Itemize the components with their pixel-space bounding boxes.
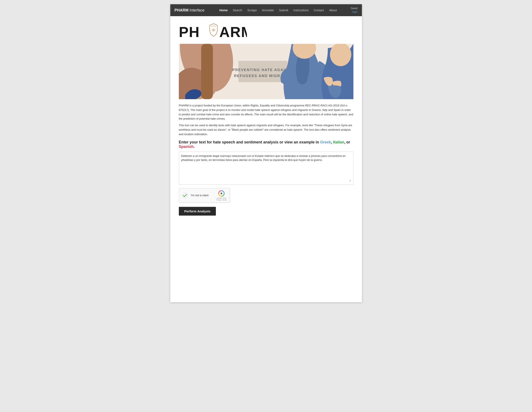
login-link[interactable]: login [352, 10, 357, 13]
svg-point-13 [220, 193, 222, 194]
brand: PHARM Interface [175, 8, 205, 13]
text-area-container [179, 151, 353, 185]
comma1: , [331, 140, 332, 144]
nav-item-about[interactable]: About [327, 8, 339, 12]
logo-section: PH ARM [179, 23, 353, 40]
enter-label: Enter your text for hate speech and sent… [179, 140, 353, 149]
comma2: , or [344, 140, 350, 144]
main-content: PH ARM [170, 16, 362, 224]
nav-link-about[interactable]: About [327, 8, 339, 13]
enter-section: Enter your text for hate speech and sent… [179, 140, 353, 149]
enter-label-text: Enter your text for hate speech and sent… [179, 140, 319, 144]
link-greek[interactable]: Greek [320, 140, 331, 144]
svg-rect-6 [201, 44, 213, 99]
description-section: PHARM is a project funded by the Europea… [179, 103, 353, 137]
svg-text:ARM: ARM [219, 24, 247, 40]
page-wrapper: PHARM Interface Home Search Scrape Annot… [170, 4, 362, 302]
nav-item-instructions[interactable]: Instructions [291, 8, 311, 12]
nav-link-instructions[interactable]: Instructions [291, 8, 311, 13]
pharm-logo: PH ARM [179, 23, 247, 40]
recaptcha-checkmark-icon [182, 192, 188, 198]
analysis-textarea[interactable] [181, 154, 351, 181]
svg-point-11 [330, 44, 351, 66]
nav-item-scrape[interactable]: Scrape [245, 8, 259, 12]
nav-link-contact[interactable]: Contact [312, 8, 326, 13]
navbar: PHARM Interface Home Search Scrape Annot… [170, 4, 362, 16]
logo-container: PH ARM [179, 23, 353, 40]
period: . [194, 144, 195, 149]
nav-item-submit[interactable]: Submit [277, 8, 290, 12]
nav-item-contact[interactable]: Contact [312, 8, 326, 12]
description-paragraph1: PHARM is a project funded by the Europea… [179, 103, 353, 121]
nav-link-home[interactable]: Home [217, 8, 230, 13]
perform-analysis-button[interactable]: Perform Analysis [179, 207, 216, 215]
nav-link-search[interactable]: Search [230, 8, 244, 13]
nav-link-submit[interactable]: Submit [277, 8, 290, 13]
svg-text:PH: PH [179, 24, 200, 40]
guest-label: Guest [351, 7, 357, 10]
recaptcha-logo-icon [218, 190, 225, 197]
nav-link-scrape[interactable]: Scrape [245, 8, 259, 13]
link-italian[interactable]: Italian [333, 140, 344, 144]
recaptcha-box[interactable]: I'm not a robot reCAPTCHA Privacy - Term… [179, 188, 230, 203]
nav-item-search[interactable]: Search [230, 8, 244, 12]
nav-item-home[interactable]: Home [217, 8, 230, 12]
description-paragraph2: This tool can be used to identify texts … [179, 123, 353, 136]
svg-point-2 [213, 29, 214, 31]
recaptcha-logo: reCAPTCHA Privacy - Terms [216, 190, 227, 201]
hero-image: PREVENTING HATE AGAINST REFUGEES AND MIG… [179, 44, 353, 99]
nav-link-annotate[interactable]: Annotate [260, 8, 276, 13]
hero-illustration: PREVENTING HATE AGAINST REFUGEES AND MIG… [179, 44, 353, 99]
nav-item-annotate[interactable]: Annotate [260, 8, 276, 12]
link-spanish[interactable]: Spanish [179, 144, 194, 149]
nav-menu: Home Search Scrape Annotate Submit Instr… [217, 8, 339, 12]
recaptcha-links: Privacy - Terms [216, 199, 227, 201]
recaptcha-brand-text: reCAPTCHA [217, 197, 226, 199]
guest-section: Guest login [351, 7, 357, 14]
recaptcha-label: I'm not a robot [191, 194, 214, 197]
